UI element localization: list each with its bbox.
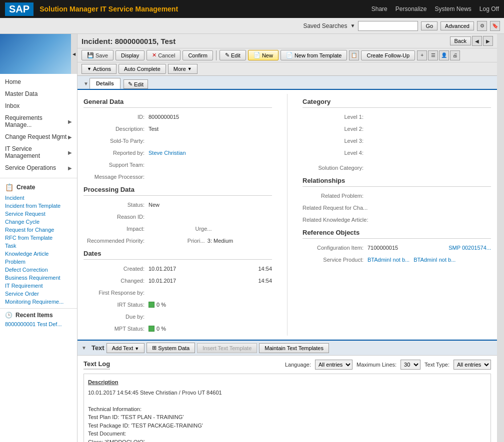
message-processor-label: Message Processor: xyxy=(84,174,148,180)
max-lines-label: Maximum Lines: xyxy=(356,362,396,368)
create-service-order[interactable]: Service Order xyxy=(5,290,72,297)
sidebar-item-requirements[interactable]: Requirements Manage... ▶ xyxy=(0,112,77,131)
create-it-req[interactable]: IT Requirement xyxy=(5,282,72,289)
service-product-value1[interactable]: BTAdminI not b... xyxy=(368,257,410,263)
saved-searches-label: Saved Searches xyxy=(303,22,347,29)
top-nav: Share Personalize System News Log Off xyxy=(372,5,499,12)
sidebar-item-it-service[interactable]: IT Service Management ▶ xyxy=(0,143,77,162)
description-heading: Description xyxy=(88,378,486,387)
technical-info: Technical Information: Test Plan ID: 'TE… xyxy=(88,405,486,442)
display-button[interactable]: Display xyxy=(116,50,144,60)
irt-percent: 0 % xyxy=(156,302,166,308)
more-dropdown[interactable]: More ▼ xyxy=(168,64,198,74)
log-off-link[interactable]: Log Off xyxy=(480,5,499,12)
create-request-change[interactable]: Request for Change xyxy=(5,226,72,233)
maintain-text-templates-button[interactable]: Maintain Text Templates xyxy=(259,343,329,353)
recent-item[interactable]: 8000000001 Test Def... xyxy=(5,321,62,327)
add-text-arrow: ▼ xyxy=(134,346,139,351)
add-text-dropdown[interactable]: Add Text ▼ xyxy=(106,343,145,353)
create-follow-up-button[interactable]: Create Follow-Up xyxy=(361,50,415,60)
settings-icon[interactable]: ⚙ xyxy=(477,21,487,31)
create-change-cycle[interactable]: Change Cycle xyxy=(5,218,72,225)
nav-forward-icon[interactable]: ▶ xyxy=(483,36,493,46)
service-product-value2[interactable]: BTAdminI not b... xyxy=(414,257,456,263)
more-arrow-icon: ▼ xyxy=(188,66,192,71)
print-icon[interactable]: 🖨 xyxy=(450,50,460,60)
create-incident-template[interactable]: Incident from Template xyxy=(5,202,72,209)
create-knowledge-article[interactable]: Knowledge Article xyxy=(5,250,72,257)
personalize-link[interactable]: Personalize xyxy=(396,5,427,12)
field-priority: Recommended Priority: Priori... 3: Mediu… xyxy=(84,236,272,246)
field-description: Description: Test xyxy=(84,124,272,134)
create-incident[interactable]: Incident xyxy=(5,194,72,201)
field-config-item: Configuration Item: 7100000015 SMP 00201… xyxy=(302,243,491,253)
related-request-label: Related Request for Cha... xyxy=(302,205,372,211)
field-level3: Level 3: xyxy=(302,136,491,146)
sidebar-item-service-ops[interactable]: Service Operations ▶ xyxy=(0,162,77,174)
sidebar-item-master-data[interactable]: Master Data xyxy=(0,88,77,100)
auto-complete-button[interactable]: Auto Complete xyxy=(118,64,166,74)
share-link[interactable]: Share xyxy=(372,5,388,12)
tab-edit-button[interactable]: ✎ Edit xyxy=(124,79,148,89)
field-created: Created: 10.01.2017 14:54 xyxy=(84,264,272,274)
field-level1: Level 1: xyxy=(302,112,491,122)
add-icon[interactable]: + xyxy=(417,50,427,60)
list-icon[interactable]: ☰ xyxy=(428,50,438,60)
max-lines-select[interactable]: 30 xyxy=(400,360,420,370)
create-service-request[interactable]: Service Request xyxy=(5,210,72,217)
insert-text-template-button[interactable]: Insert Text Template xyxy=(197,343,257,353)
field-changed: Changed: 10.01.2017 14:54 xyxy=(84,276,272,286)
search-input[interactable] xyxy=(358,21,418,31)
reported-by-value[interactable]: Steve Christian xyxy=(148,150,186,156)
advanced-button[interactable]: Advanced xyxy=(440,21,474,30)
create-business-req[interactable]: Business Requirement xyxy=(5,274,72,281)
system-data-button[interactable]: ⊞ System Data xyxy=(146,343,195,353)
created-label: Created: xyxy=(84,266,148,272)
text-type-select[interactable]: All entries xyxy=(454,360,491,370)
language-label: Language: xyxy=(285,362,311,368)
sidebar-item-inbox[interactable]: Inbox xyxy=(0,100,77,112)
create-rfc-template[interactable]: RFC from Template xyxy=(5,234,72,241)
bookmark-icon[interactable]: 🔖 xyxy=(490,21,500,31)
status-value: New xyxy=(148,202,272,208)
processing-data-title: Processing Data xyxy=(84,186,272,196)
copy-icon[interactable]: 📋 xyxy=(349,50,359,60)
scrollbar[interactable] xyxy=(497,34,504,442)
sidebar-item-change-request[interactable]: Change Request Mgmt ▶ xyxy=(0,131,77,143)
solution-category-label: Solution Category: xyxy=(302,165,368,171)
created-date: 10.01.2017 xyxy=(148,266,252,272)
language-select[interactable]: All entries xyxy=(315,360,352,370)
sidebar-collapse-btn[interactable]: ◀ xyxy=(71,34,77,74)
recent-section: 🕒 Recent Items 8000000001 Test Def... xyxy=(0,308,77,331)
new-button[interactable]: 📄 New xyxy=(248,50,278,60)
go-button[interactable]: Go xyxy=(421,21,438,30)
id-value: 8000000015 xyxy=(148,114,272,120)
system-news-link[interactable]: System News xyxy=(435,5,472,12)
new-from-template-button[interactable]: 📄 New from Template xyxy=(280,50,348,60)
cancel-button[interactable]: ✕ Cancel xyxy=(146,50,180,60)
create-links: Incident Incident from Template Service … xyxy=(5,194,72,305)
create-task[interactable]: Task xyxy=(5,242,72,249)
sidebar-item-home[interactable]: Home xyxy=(0,76,77,88)
recommended-priority-label: Recommended Priority: xyxy=(84,238,148,244)
create-monitoring-req[interactable]: Monitoring Requireme... xyxy=(5,298,72,305)
chevron-right-icon: ▶ xyxy=(68,119,72,124)
edit-button[interactable]: ✎ Edit xyxy=(220,50,246,60)
confirm-button[interactable]: Confirm xyxy=(182,50,213,60)
text-collapse-icon[interactable]: ▼ xyxy=(82,345,86,351)
user-icon[interactable]: 👤 xyxy=(439,50,449,60)
config-item-link[interactable]: SMP 00201574... xyxy=(448,245,491,251)
collapse-icon[interactable]: ▼ xyxy=(84,81,88,86)
create-defect-correction[interactable]: Defect Correction xyxy=(5,266,72,273)
save-button[interactable]: 💾 Save xyxy=(82,50,114,60)
nav-back-icon[interactable]: ◀ xyxy=(472,36,482,46)
create-problem[interactable]: Problem xyxy=(5,258,72,265)
back-button[interactable]: Back xyxy=(450,36,471,45)
tab-details[interactable]: Details xyxy=(90,78,120,89)
level1-label: Level 1: xyxy=(302,114,368,120)
field-due-by: Due by: xyxy=(84,312,272,322)
content-area: Incident: 8000000015, Test Back ◀ ▶ 💾 Sa… xyxy=(78,34,497,442)
separator xyxy=(216,50,216,60)
edit-icon: ✎ xyxy=(225,52,230,58)
actions-dropdown[interactable]: ▼ Actions xyxy=(82,64,116,74)
